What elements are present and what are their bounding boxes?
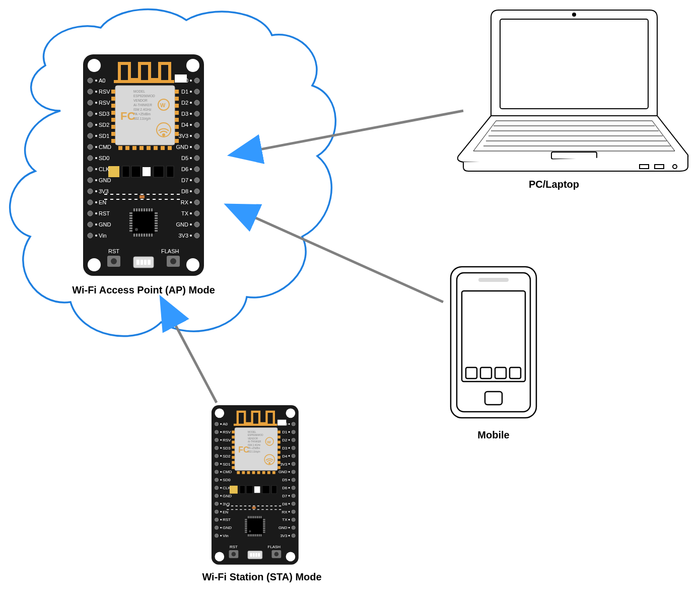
svg-point-116 [190, 80, 192, 82]
pin-label-right: 3V3 [280, 534, 288, 538]
chip-marking: 802.11b/g/n [248, 450, 260, 453]
pin-hole [88, 122, 93, 127]
svg-point-227 [220, 463, 222, 465]
svg-rect-63 [167, 166, 174, 177]
pin-hole [292, 478, 295, 482]
svg-rect-39 [111, 125, 115, 129]
svg-rect-162 [232, 466, 235, 469]
pin-hole [194, 222, 199, 227]
caption-ap-mode: Wi-Fi Access Point (AP) Mode [60, 284, 227, 296]
svg-rect-44 [175, 104, 179, 108]
svg-rect-195 [250, 534, 251, 536]
chip-marking: ISM 2.4GHz [133, 108, 152, 111]
pin-hole [194, 89, 199, 94]
svg-point-101 [95, 80, 97, 82]
svg-point-144 [286, 408, 296, 418]
esp8266-board-sta: MODELESP8266MODVENDORAI-THINKERISM 2.4GH… [212, 405, 299, 565]
svg-point-240 [289, 447, 290, 449]
svg-rect-35 [111, 97, 115, 101]
pin-hole [292, 454, 295, 458]
pin-label-left: RST [223, 517, 231, 522]
svg-rect-172 [242, 471, 245, 474]
chip-marking: VENDOR [133, 99, 148, 102]
pin-hole [194, 78, 199, 83]
pin-hole [292, 446, 295, 449]
svg-rect-202 [253, 516, 254, 518]
svg-rect-157 [232, 441, 235, 444]
svg-rect-88 [155, 222, 158, 224]
svg-point-154 [269, 463, 270, 464]
pin-hole [292, 486, 295, 490]
pin-hole [215, 478, 218, 482]
svg-rect-62 [154, 166, 164, 177]
svg-rect-159 [232, 451, 235, 454]
svg-rect-161 [232, 461, 235, 464]
pin-hole [292, 534, 295, 538]
svg-point-110 [95, 179, 97, 181]
svg-point-68 [135, 228, 138, 231]
svg-point-126 [190, 190, 192, 192]
svg-rect-155 [232, 430, 235, 433]
caption-laptop: PC/Laptop [504, 179, 604, 190]
svg-text:W: W [160, 102, 166, 108]
svg-rect-36 [111, 104, 115, 108]
pin-label-right: 3V3 [178, 133, 188, 139]
svg-rect-85 [144, 208, 145, 211]
pin-label-left: SD1 [223, 462, 231, 467]
svg-rect-86 [144, 234, 145, 237]
pin-hole [88, 156, 93, 161]
svg-point-106 [95, 135, 97, 137]
svg-point-123 [190, 157, 192, 159]
svg-rect-54 [147, 146, 151, 150]
svg-rect-83 [129, 220, 132, 221]
svg-rect-167 [277, 451, 281, 454]
svg-rect-214 [259, 516, 260, 518]
pin-hole [215, 422, 218, 426]
pin-label-left: SD3 [99, 111, 109, 117]
pin-hole [88, 178, 93, 183]
pin-label-right: RX [181, 199, 189, 205]
pin-hole [88, 233, 93, 238]
svg-point-242 [289, 463, 290, 465]
svg-rect-213 [263, 528, 265, 529]
svg-rect-72 [155, 212, 158, 214]
svg-rect-99 [129, 230, 132, 232]
svg-rect-177 [267, 471, 270, 474]
pin-hole [194, 167, 199, 172]
pin-label-right: GND [278, 470, 288, 474]
svg-point-224 [220, 439, 222, 441]
pin-hole [194, 111, 199, 116]
laptop-icon [458, 10, 688, 171]
svg-rect-200 [245, 522, 247, 523]
svg-rect-74 [136, 234, 137, 237]
pin-hole [88, 100, 93, 105]
pin-label-left: 3V3 [99, 188, 109, 194]
svg-point-115 [95, 235, 97, 237]
pin-hole [88, 222, 93, 227]
pin-hole [215, 486, 218, 490]
chip-marking: ISM 2.4GHz [248, 444, 261, 446]
pin-label-right: TX [181, 210, 189, 216]
svg-rect-203 [253, 534, 254, 536]
svg-point-120 [190, 124, 192, 126]
pin-label-left: SD3 [223, 446, 231, 450]
pin-label-left: 3V3 [223, 502, 230, 506]
svg-point-143 [215, 408, 224, 418]
svg-point-225 [220, 447, 222, 449]
svg-rect-175 [257, 471, 260, 474]
svg-rect-198 [251, 516, 252, 518]
svg-rect-165 [277, 441, 281, 444]
svg-text:FC: FC [238, 445, 249, 454]
pin-hole [292, 430, 295, 434]
svg-point-111 [95, 190, 97, 192]
svg-rect-191 [248, 534, 249, 536]
pin-label-left: SD2 [223, 454, 230, 459]
svg-point-117 [190, 91, 192, 93]
svg-rect-71 [129, 212, 132, 214]
svg-rect-158 [232, 446, 235, 449]
svg-rect-181 [246, 486, 253, 494]
pin-label-right: D8 [282, 502, 288, 506]
svg-rect-215 [259, 534, 260, 536]
svg-point-102 [95, 91, 97, 93]
pin-label-left: EN [223, 510, 228, 514]
